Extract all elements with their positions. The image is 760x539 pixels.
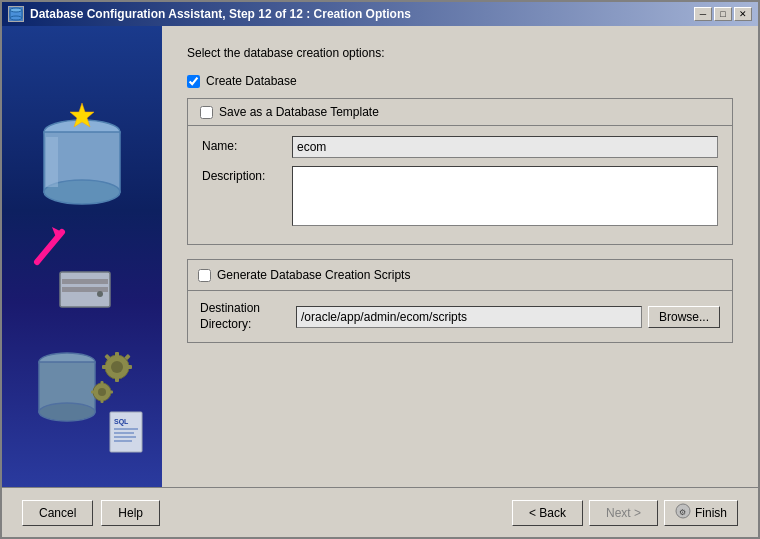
cancel-button[interactable]: Cancel bbox=[22, 500, 93, 526]
name-input[interactable] bbox=[292, 136, 718, 158]
svg-rect-36 bbox=[114, 440, 132, 442]
create-database-label[interactable]: Create Database bbox=[206, 74, 297, 88]
finish-button[interactable]: ⚙ Finish bbox=[664, 500, 738, 526]
title-bar: Database Configuration Assistant, Step 1… bbox=[2, 2, 758, 26]
svg-rect-30 bbox=[109, 390, 113, 393]
content-area: SQL Select the database creation options… bbox=[2, 26, 758, 487]
svg-point-18 bbox=[111, 361, 123, 373]
save-template-checkbox[interactable] bbox=[200, 106, 213, 119]
close-button[interactable]: ✕ bbox=[734, 7, 752, 21]
illustration-svg: SQL bbox=[12, 57, 152, 457]
svg-rect-35 bbox=[114, 436, 136, 438]
svg-point-16 bbox=[39, 403, 95, 421]
svg-point-1 bbox=[10, 8, 22, 12]
back-button[interactable]: < Back bbox=[512, 500, 583, 526]
svg-rect-34 bbox=[114, 432, 134, 434]
svg-rect-19 bbox=[115, 352, 119, 358]
finish-label: Finish bbox=[695, 506, 727, 520]
generate-scripts-group: Generate Database Creation Scripts Desti… bbox=[187, 259, 733, 343]
scripts-header: Generate Database Creation Scripts bbox=[188, 260, 732, 291]
destination-label: DestinationDirectory: bbox=[200, 301, 290, 332]
svg-rect-33 bbox=[114, 428, 138, 430]
create-database-row: Create Database bbox=[187, 74, 733, 88]
svg-rect-11 bbox=[62, 279, 108, 284]
right-panel: Select the database creation options: Cr… bbox=[162, 26, 758, 487]
destination-row: DestinationDirectory: Browse... bbox=[200, 301, 720, 332]
save-template-content: Name: Description: bbox=[188, 126, 732, 244]
title-bar-left: Database Configuration Assistant, Step 1… bbox=[8, 6, 411, 22]
save-template-group: Save as a Database Template Name: Descri… bbox=[187, 98, 733, 245]
svg-point-26 bbox=[98, 388, 106, 396]
svg-rect-29 bbox=[91, 390, 95, 393]
name-label: Name: bbox=[202, 136, 292, 153]
app-icon bbox=[8, 6, 24, 22]
svg-point-13 bbox=[97, 291, 103, 297]
name-row: Name: bbox=[202, 136, 718, 158]
title-buttons: ─ □ ✕ bbox=[694, 7, 752, 21]
svg-rect-27 bbox=[101, 381, 104, 385]
generate-scripts-label[interactable]: Generate Database Creation Scripts bbox=[217, 268, 410, 282]
save-template-label[interactable]: Save as a Database Template bbox=[219, 105, 379, 119]
finish-icon: ⚙ bbox=[675, 503, 691, 522]
description-label: Description: bbox=[202, 166, 292, 183]
minimize-button[interactable]: ─ bbox=[694, 7, 712, 21]
window-title: Database Configuration Assistant, Step 1… bbox=[30, 7, 411, 21]
browse-button[interactable]: Browse... bbox=[648, 306, 720, 328]
main-window: Database Configuration Assistant, Step 1… bbox=[0, 0, 760, 539]
help-button[interactable]: Help bbox=[101, 500, 160, 526]
save-template-header: Save as a Database Template bbox=[188, 99, 732, 126]
svg-point-2 bbox=[10, 16, 22, 20]
svg-rect-28 bbox=[101, 399, 104, 403]
bottom-right-buttons: < Back Next > ⚙ Finish bbox=[512, 500, 738, 526]
destination-input[interactable] bbox=[296, 306, 642, 328]
scripts-content: DestinationDirectory: Browse... bbox=[188, 291, 732, 342]
svg-rect-21 bbox=[102, 365, 108, 369]
create-database-checkbox[interactable] bbox=[187, 75, 200, 88]
section-title: Select the database creation options: bbox=[187, 46, 733, 60]
next-button[interactable]: Next > bbox=[589, 500, 658, 526]
generate-scripts-checkbox[interactable] bbox=[198, 269, 211, 282]
bottom-left-buttons: Cancel Help bbox=[22, 500, 160, 526]
svg-text:SQL: SQL bbox=[114, 418, 129, 426]
svg-rect-6 bbox=[46, 137, 58, 187]
left-illustration-panel: SQL bbox=[2, 26, 162, 487]
bottom-bar: Cancel Help < Back Next > ⚙ Finish bbox=[2, 487, 758, 537]
svg-rect-22 bbox=[126, 365, 132, 369]
description-row: Description: bbox=[202, 166, 718, 226]
description-textarea[interactable] bbox=[292, 166, 718, 226]
svg-rect-20 bbox=[115, 376, 119, 382]
maximize-button[interactable]: □ bbox=[714, 7, 732, 21]
svg-text:⚙: ⚙ bbox=[679, 508, 686, 517]
